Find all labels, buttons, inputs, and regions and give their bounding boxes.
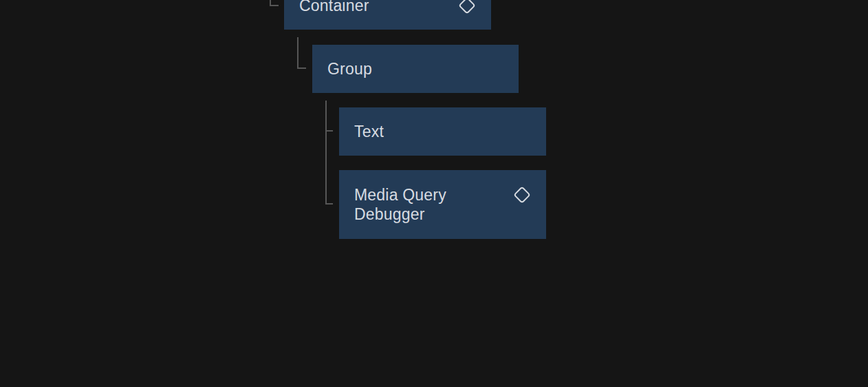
tree-node-label: Text — [354, 122, 384, 141]
diamond-icon — [513, 186, 531, 204]
layer-tree-canvas: Container Group Text Media Query Debugge… — [0, 0, 868, 387]
tree-connector-children-stem — [325, 101, 333, 205]
tree-node-label: Group — [327, 59, 372, 79]
tree-node-label: Container — [299, 0, 369, 15]
tree-connector-group-elbow — [297, 37, 306, 69]
tree-connector-container-elbow — [270, 0, 279, 6]
tree-node-text[interactable]: Text — [339, 107, 546, 156]
diamond-icon — [458, 0, 476, 14]
tree-node-group[interactable]: Group — [312, 45, 519, 93]
tree-node-media-query-debugger[interactable]: Media Query Debugger — [339, 170, 546, 239]
tree-node-label: Media Query Debugger — [354, 185, 485, 224]
tree-node-container[interactable]: Container — [284, 0, 491, 30]
tree-connector-text-tick — [327, 130, 333, 132]
